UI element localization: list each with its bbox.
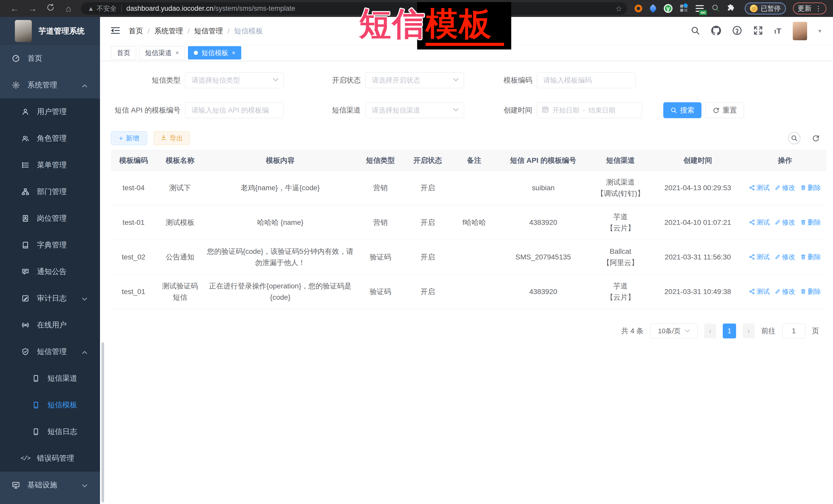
breadcrumb-home[interactable]: 首页 (129, 26, 143, 36)
extension-pin-icon[interactable] (649, 4, 658, 13)
delete-link[interactable]: 删除 (801, 182, 821, 193)
delete-link[interactable]: 删除 (801, 251, 821, 263)
export-button[interactable]: 导出 (153, 131, 190, 145)
sidebar-item-sms-management[interactable]: 短信管理 (0, 338, 100, 365)
status-select[interactable] (365, 72, 464, 88)
start-date-placeholder[interactable]: 开始日期 (552, 106, 579, 115)
profile-chip-label: 已暂停 (761, 4, 781, 13)
sidebar-item-infrastructure[interactable]: 基础设施 (0, 472, 100, 498)
sidebar-item-announcements[interactable]: 通知公告 (0, 258, 100, 285)
edit-link[interactable]: 修改 (775, 217, 795, 228)
close-icon[interactable]: × (175, 49, 179, 56)
sms-type-input[interactable] (185, 73, 284, 88)
sidebar-item-sms-channel[interactable]: 短信渠道 (0, 365, 100, 392)
divider (121, 5, 122, 12)
warning-icon: ▲ (88, 5, 94, 12)
sidebar-item-sms-template[interactable]: 短信模板 (0, 392, 100, 418)
github-icon[interactable] (711, 26, 721, 37)
address-bar[interactable]: ▲ 不安全 dashboard.yudao.iocoder.cn/system/… (81, 2, 627, 15)
extensions-puzzle-icon[interactable] (728, 4, 736, 13)
avatar-dropdown-caret-icon[interactable]: ▾ (818, 28, 821, 34)
book-icon (21, 241, 30, 249)
next-page-button[interactable]: › (743, 323, 755, 338)
search-button[interactable]: 搜索 (663, 102, 701, 118)
sidebar-item-system[interactable]: 系统管理 (0, 72, 100, 98)
extension-list-icon[interactable]: on (696, 4, 704, 13)
sidebar-item-dictionary[interactable]: 字典管理 (0, 232, 100, 258)
current-page[interactable]: 1 (723, 323, 736, 338)
template-code-input[interactable] (537, 73, 635, 88)
sidebar-collapse-icon[interactable] (110, 26, 120, 36)
reset-button[interactable]: 重置 (706, 102, 744, 118)
edit-note-icon (21, 295, 30, 302)
add-button[interactable]: + 新增 (111, 131, 147, 145)
screen: ← → ⌂ ▲ 不安全 dashboard.yudao.iocoder.cn/s… (0, 0, 833, 504)
chat-bubble-icon (21, 268, 30, 275)
id-badge-icon (21, 215, 30, 222)
sidebar-item-roles[interactable]: 角色管理 (0, 125, 100, 152)
forward-icon[interactable]: → (25, 4, 41, 14)
extension-on-badge: on (699, 10, 707, 15)
sidebar-item-departments[interactable]: 部门管理 (0, 178, 100, 205)
font-size-icon[interactable]: tT (774, 27, 782, 35)
tab-home[interactable]: 首页 (111, 46, 136, 59)
extension-magnifier-icon[interactable] (712, 4, 720, 13)
test-link[interactable]: 测试 (749, 251, 770, 263)
sidebar-item-sms-log[interactable]: 短信日志 (0, 418, 100, 445)
extension-grid-icon[interactable] (680, 5, 688, 12)
sidebar-item-online-users[interactable]: 在线用户 (0, 312, 100, 338)
fullscreen-icon[interactable] (753, 26, 763, 37)
edit-link[interactable]: 修改 (775, 182, 795, 193)
extension-ring-icon[interactable] (635, 5, 642, 12)
api-template-id-field[interactable] (185, 102, 284, 118)
update-button[interactable]: 更新 ⋮ (793, 3, 826, 14)
home-icon[interactable]: ⌂ (61, 4, 76, 14)
page-size-select[interactable]: 10条/页 (650, 323, 698, 338)
end-date-placeholder[interactable]: 结束日期 (589, 106, 615, 115)
breadcrumb-system[interactable]: 系统管理 (154, 26, 183, 36)
tab-sms-channel[interactable]: 短信渠道 × (139, 46, 185, 59)
tab-sms-template[interactable]: 短信模板 × (188, 46, 241, 59)
help-icon[interactable] (732, 26, 742, 37)
menu-dots-icon[interactable]: ⋮ (815, 5, 822, 13)
delete-link[interactable]: 删除 (801, 217, 821, 228)
sidebar-item-menus[interactable]: 菜单管理 (0, 152, 100, 178)
reload-icon[interactable] (43, 3, 58, 14)
create-time-range[interactable]: 开始日期 - 结束日期 (537, 102, 642, 118)
breadcrumb-sms[interactable]: 短信管理 (194, 26, 223, 36)
template-code-field[interactable] (537, 72, 636, 88)
back-icon[interactable]: ← (7, 4, 23, 14)
profile-chip[interactable]: ☺ 已暂停 (745, 3, 786, 14)
status-label: 开启状态 (296, 75, 365, 85)
table-row: test_02 公告通知 您的验证码{code}，该验证码5分钟内有效，请勿泄漏… (111, 240, 827, 274)
dashboard-icon (11, 55, 20, 62)
refresh-button[interactable] (810, 132, 822, 144)
sidebar-item-users[interactable]: 用户管理 (0, 98, 100, 125)
close-icon[interactable]: × (232, 49, 235, 56)
edit-link[interactable]: 修改 (775, 251, 795, 263)
sidebar-item-positions[interactable]: 岗位管理 (0, 205, 100, 232)
delete-link[interactable]: 删除 (801, 286, 821, 297)
sidebar-item-error-codes[interactable]: </> 错误码管理 (0, 445, 100, 472)
bookmark-star-icon[interactable]: ☆ (615, 4, 622, 13)
test-link[interactable]: 测试 (749, 286, 770, 297)
goto-page-input[interactable] (782, 323, 805, 338)
avatar[interactable] (793, 22, 807, 40)
sidebar-item-audit-log[interactable]: 审计日志 (0, 285, 100, 312)
toggle-search-button[interactable] (788, 132, 801, 144)
sidebar-item-home[interactable]: 首页 (0, 45, 100, 72)
create-time-label: 创建时间 (468, 105, 537, 115)
edit-link[interactable]: 修改 (775, 286, 795, 297)
sms-type-select[interactable] (185, 72, 284, 88)
test-link[interactable]: 测试 (749, 182, 770, 193)
api-template-id-input[interactable] (185, 102, 284, 118)
channel-select[interactable] (365, 102, 464, 118)
extension-y-icon[interactable]: y (664, 4, 672, 13)
test-link[interactable]: 测试 (749, 217, 770, 228)
toolbar: + 新增 导出 (111, 131, 827, 145)
prev-page-button[interactable]: ‹ (704, 323, 716, 338)
status-input[interactable] (365, 73, 464, 88)
channel-input[interactable] (365, 102, 464, 118)
search-icon[interactable] (691, 26, 700, 36)
sidebar-scrollbar-thumb[interactable] (101, 342, 104, 502)
